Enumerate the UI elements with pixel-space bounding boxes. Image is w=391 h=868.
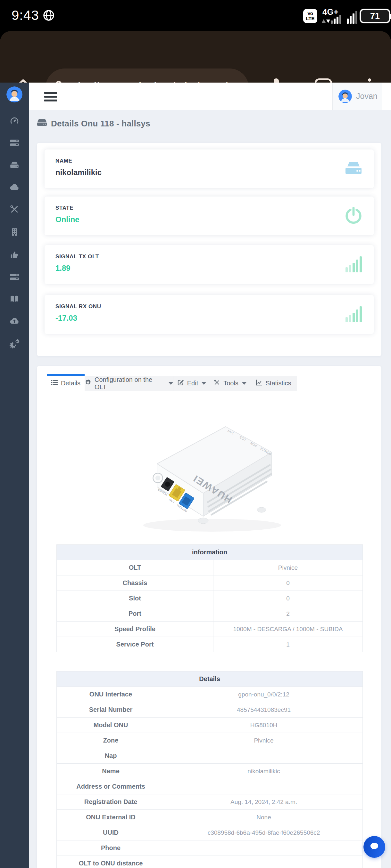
row-value: Pivnice — [213, 560, 362, 576]
user-avatar — [338, 90, 352, 103]
volte-badge: VoLTE — [303, 9, 317, 23]
cellular-signal-icon: 4G+ — [320, 8, 356, 24]
sidebar-item-tools[interactable] — [9, 204, 20, 215]
information-table: information OLT Pivnice Chassis 0 — [56, 545, 363, 652]
stat-card-signal-rx: SIGNAL RX ONU -17.03 — [45, 295, 374, 334]
row-value: 485754431083ec91 — [165, 702, 363, 718]
sidebar — [0, 83, 29, 868]
stat-card-signal-tx: SIGNAL TX OLT 1.89 — [45, 245, 374, 284]
table-row: Speed Profile 1000M - DESCARGA / 1000M -… — [57, 622, 363, 637]
row-value — [165, 840, 363, 856]
signal-bars-sim2-icon — [347, 11, 357, 24]
tools-icon — [214, 379, 221, 388]
sidebar-item-servers[interactable] — [9, 137, 20, 149]
row-value: gpon-onu_0/0/2:12 — [165, 687, 363, 702]
table-row: ONU External ID None — [57, 810, 363, 825]
gear-icon — [85, 379, 92, 388]
browser-toolbar: hallsys.adminolt.in/onu/ 27 — [0, 31, 391, 83]
row-label: OLT to ONU distance — [57, 856, 165, 868]
user-menu[interactable]: Jovan — [332, 83, 382, 110]
table-row: Nap — [57, 748, 363, 764]
row-value: 1 — [213, 637, 362, 652]
table-row: Address or Comments — [57, 779, 363, 795]
row-label: Nap — [57, 748, 165, 764]
row-value: Pivnice — [165, 733, 363, 748]
chart-icon — [255, 379, 262, 388]
edit-icon — [177, 379, 184, 388]
signal-bars-icon — [345, 255, 363, 274]
status-bar: 9:43 VoLTE 4G+ 71 — [0, 0, 391, 31]
row-value: nikolamilikic — [165, 764, 363, 779]
tab-tools[interactable]: Tools — [210, 376, 250, 391]
page-title: Details Onu 118 - hallsys — [37, 118, 150, 129]
stat-card-state: STATE Online — [45, 196, 374, 235]
user-name: Jovan — [356, 92, 378, 101]
list-icon — [51, 379, 58, 388]
data-activity-icon — [322, 19, 330, 23]
row-label: Port — [57, 606, 214, 622]
table-row: Port 2 — [57, 606, 363, 622]
row-label: Speed Profile — [57, 622, 214, 637]
chat-launcher-button[interactable] — [363, 836, 385, 858]
sidebar-item-settings[interactable] — [9, 338, 20, 349]
chevron-down-icon — [202, 382, 206, 385]
row-value — [165, 779, 363, 795]
table-row: Zone Pivnice — [57, 733, 363, 748]
row-label: Zone — [57, 733, 165, 748]
row-label: Chassis — [57, 576, 214, 591]
table-row: Registration Date Aug. 14, 2024, 2:42 a.… — [57, 795, 363, 810]
details-table: Details ONU Interface gpon-onu_0/0/2:12 … — [56, 671, 363, 868]
power-icon — [343, 206, 363, 226]
router-icon — [343, 160, 363, 178]
row-label: ONU Interface — [57, 687, 165, 702]
sidebar-item-dashboard[interactable] — [9, 115, 20, 126]
row-value: c308958d-6b6a-495d-8fae-f60e265506c2 — [165, 825, 363, 840]
signal-bars-icon — [345, 305, 363, 324]
row-label: Model ONU — [57, 718, 165, 733]
chat-bubble-icon — [368, 840, 380, 853]
tab-details[interactable]: Details — [47, 374, 85, 391]
onu-device-icon — [37, 118, 47, 129]
battery-indicator: 71 — [360, 9, 390, 23]
table-title: information — [57, 545, 363, 560]
row-label: Serial Number — [57, 702, 165, 718]
table-row: Service Port 1 — [57, 637, 363, 652]
row-value: 2 — [213, 606, 362, 622]
table-row: Serial Number 485754431083ec91 — [57, 702, 363, 718]
clock: 9:43 — [11, 8, 39, 23]
sidebar-item-buildings[interactable] — [9, 226, 20, 238]
sidebar-item-cloud-backup[interactable] — [9, 315, 20, 327]
sidebar-item-cloud[interactable] — [9, 182, 20, 193]
main-content: Details Onu 118 - hallsys NAME nikolamil… — [29, 110, 391, 868]
row-value: HG8010H — [165, 718, 363, 733]
table-row: OLT Pivnice — [57, 560, 363, 576]
tab-edit[interactable]: Edit — [173, 376, 210, 391]
row-label: Registration Date — [57, 795, 165, 810]
row-label: Name — [57, 764, 165, 779]
table-row: Phone — [57, 840, 363, 856]
table-row: Name nikolamilikic — [57, 764, 363, 779]
row-label: Slot — [57, 591, 214, 606]
sidebar-item-onu-devices[interactable] — [9, 159, 20, 170]
sidebar-avatar[interactable] — [6, 86, 22, 102]
table-row: OLT to ONU distance — [57, 856, 363, 868]
row-value: 1000M - DESCARGA / 1000M - SUBIDA — [213, 622, 362, 637]
table-row: ONU Interface gpon-onu_0/0/2:12 — [57, 687, 363, 702]
table-row: Model ONU HG8010H — [57, 718, 363, 733]
chevron-down-icon — [169, 382, 173, 385]
tab-statistics[interactable]: Statistics — [250, 376, 297, 391]
top-navbar: Jovan — [29, 83, 391, 110]
hamburger-menu-icon[interactable] — [44, 92, 57, 101]
content-panel: Details Configuration on the OLT Edit — [37, 366, 381, 868]
sidebar-item-approvals[interactable] — [9, 249, 20, 260]
chevron-down-icon — [242, 382, 247, 385]
sidebar-item-service-ports[interactable] — [9, 271, 20, 283]
table-row: UUID c308958d-6b6a-495d-8fae-f60e265506c… — [57, 825, 363, 840]
row-label: OLT — [57, 560, 214, 576]
tab-configuration-on-the-olt[interactable]: Configuration on the OLT — [85, 376, 173, 391]
sidebar-item-documentation[interactable] — [9, 293, 20, 305]
row-value: Aug. 14, 2024, 2:42 a.m. — [165, 795, 363, 810]
row-value: None — [165, 810, 363, 825]
table-title: Details — [57, 672, 363, 687]
tab-bar: Details Configuration on the OLT Edit — [47, 374, 297, 391]
